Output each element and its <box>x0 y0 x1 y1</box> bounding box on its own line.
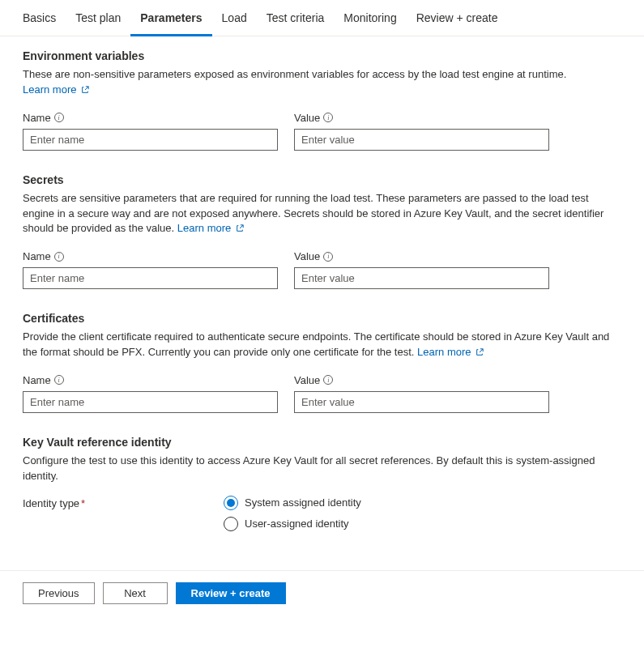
secrets-value-input[interactable] <box>294 267 549 289</box>
env-vars-desc-text: These are non-sensitive parameters expos… <box>23 68 566 80</box>
section-secrets: Secrets Secrets are sensitive parameters… <box>23 173 621 290</box>
certificates-desc: Provide the client certificate required … <box>23 330 621 361</box>
radio-icon <box>224 517 238 531</box>
radio-label-text: System assigned identity <box>245 496 361 509</box>
env-vars-learn-more-link[interactable]: Learn more <box>23 83 89 96</box>
content-area: Environment variables These are non-sens… <box>0 36 644 570</box>
info-icon[interactable]: i <box>54 252 64 262</box>
secrets-row: Name i Value i <box>23 250 621 289</box>
secrets-title: Secrets <box>23 173 621 186</box>
tab-review[interactable]: Review + create <box>407 0 508 36</box>
external-link-icon <box>476 346 484 361</box>
certificates-name-col: Name i <box>23 374 278 413</box>
tab-monitoring[interactable]: Monitoring <box>334 0 406 36</box>
tab-load[interactable]: Load <box>212 0 257 36</box>
tab-basics[interactable]: Basics <box>13 0 66 36</box>
tab-parameters[interactable]: Parameters <box>130 0 211 36</box>
certificates-value-input[interactable] <box>294 391 549 413</box>
tab-test-plan[interactable]: Test plan <box>66 0 130 36</box>
env-vars-row: Name i Value i <box>23 112 621 151</box>
learn-more-text: Learn more <box>23 83 76 96</box>
external-link-icon <box>81 83 89 99</box>
learn-more-text: Learn more <box>417 346 471 358</box>
secrets-learn-more-link[interactable]: Learn more <box>177 222 244 234</box>
keyvault-desc: Configure the test to use this identity … <box>23 454 621 484</box>
section-key-vault-identity: Key Vault reference identity Configure t… <box>23 436 621 531</box>
secrets-value-col: Value i <box>294 250 549 289</box>
env-vars-name-col: Name i <box>23 112 278 151</box>
identity-type-options: System assigned identity User-assigned i… <box>224 496 361 531</box>
secrets-name-input[interactable] <box>23 267 278 289</box>
keyvault-title: Key Vault reference identity <box>23 436 621 449</box>
certificates-learn-more-link[interactable]: Learn more <box>417 346 484 358</box>
tab-test-criteria[interactable]: Test criteria <box>257 0 335 36</box>
secrets-name-label: Name i <box>23 250 278 262</box>
radio-icon <box>224 496 238 510</box>
certificates-name-label: Name i <box>23 374 278 386</box>
env-vars-value-label: Value i <box>294 112 549 124</box>
info-icon[interactable]: i <box>54 113 64 122</box>
env-vars-name-input[interactable] <box>23 129 278 151</box>
env-vars-value-input[interactable] <box>294 129 549 151</box>
section-certificates: Certificates Provide the client certific… <box>23 312 621 413</box>
info-icon[interactable]: i <box>323 113 333 122</box>
env-vars-value-col: Value i <box>294 112 549 151</box>
secrets-desc: Secrets are sensitive parameters that ar… <box>23 191 621 238</box>
env-vars-desc: These are non-sensitive parameters expos… <box>23 67 621 99</box>
radio-label-text: User-assigned identity <box>245 518 349 530</box>
certificates-value-col: Value i <box>294 374 549 413</box>
radio-system-assigned[interactable]: System assigned identity <box>224 496 361 510</box>
tabs-bar: Basics Test plan Parameters Load Test cr… <box>0 0 644 36</box>
info-icon[interactable]: i <box>323 375 333 385</box>
secrets-desc-text: Secrets are sensitive parameters that ar… <box>23 192 603 235</box>
info-icon[interactable]: i <box>54 375 64 385</box>
learn-more-text: Learn more <box>177 222 231 234</box>
required-asterisk: * <box>81 497 85 509</box>
footer-bar: Previous Next Review + create <box>0 570 644 616</box>
radio-user-assigned[interactable]: User-assigned identity <box>224 517 361 531</box>
certificates-title: Certificates <box>23 312 621 325</box>
identity-type-label: Identity type* <box>23 496 224 509</box>
certificates-desc-text: Provide the client certificate required … <box>23 330 609 358</box>
info-icon[interactable]: i <box>323 252 333 262</box>
external-link-icon <box>236 222 244 237</box>
certificates-value-label: Value i <box>294 374 549 386</box>
review-create-button[interactable]: Review + create <box>176 582 286 604</box>
previous-button[interactable]: Previous <box>23 582 95 604</box>
certificates-name-input[interactable] <box>23 391 278 413</box>
secrets-name-col: Name i <box>23 250 278 289</box>
env-vars-title: Environment variables <box>23 49 621 62</box>
env-vars-name-label: Name i <box>23 112 278 124</box>
next-button[interactable]: Next <box>103 582 168 604</box>
certificates-row: Name i Value i <box>23 374 621 413</box>
identity-type-row: Identity type* System assigned identity … <box>23 496 621 531</box>
section-environment-variables: Environment variables These are non-sens… <box>23 49 621 151</box>
secrets-value-label: Value i <box>294 250 549 262</box>
